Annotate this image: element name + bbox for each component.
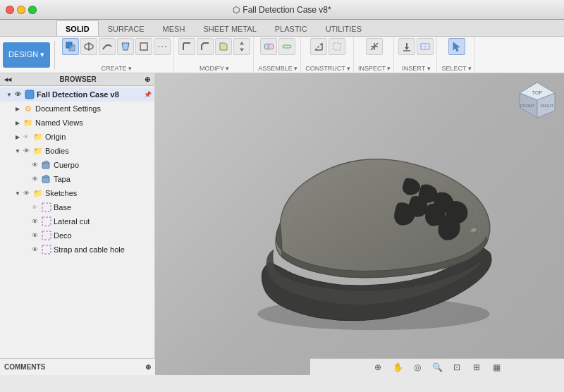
base-sketch-icon <box>41 202 52 213</box>
browser-expand-icon[interactable]: ◂◂ <box>4 75 11 83</box>
expand-sketches[interactable]: ▼ <box>14 190 21 197</box>
eye-cuerpo[interactable]: 👁 <box>30 160 39 170</box>
svg-rect-30 <box>42 203 51 212</box>
settings-icon: ⚙ <box>23 103 34 114</box>
tree-item-origin[interactable]: ▶ 👁 📁 Origin <box>0 130 154 144</box>
tree-item-lateralcut[interactable]: ▶ 👁 Lateral cut <box>0 214 154 228</box>
construct-1[interactable] <box>310 38 327 55</box>
zoom-icon[interactable]: 🔍 <box>430 360 444 374</box>
modify-move[interactable] <box>233 38 250 55</box>
tree-item-sketches[interactable]: ▼ 👁 📁 Sketches <box>0 186 154 200</box>
modify-scale[interactable] <box>215 38 232 55</box>
browser-options-icon[interactable]: ⊕ <box>145 75 150 83</box>
tab-surface[interactable]: SURFACE <box>99 20 154 36</box>
tree-label-sketches: Sketches <box>45 189 152 197</box>
tab-solid[interactable]: SOLID <box>56 20 99 36</box>
tab-sheetmetal[interactable]: SHEET METAL <box>194 20 265 36</box>
modify-chamfer[interactable] <box>197 38 214 55</box>
eye-base[interactable]: 👁 <box>30 202 39 212</box>
tree-item-tapa[interactable]: ▶ 👁 Tapa <box>0 172 154 186</box>
inspect-1[interactable] <box>366 38 383 55</box>
tree-label-tapa: Tapa <box>54 175 152 183</box>
grid-icon[interactable]: ▦ <box>489 360 503 374</box>
home-icon[interactable]: ⊕ <box>371 360 385 374</box>
root-icon <box>24 89 35 100</box>
tools-row: DESIGN ▾ ⋯ CREATE ▾ <box>0 37 564 73</box>
fit-icon[interactable]: ⊡ <box>450 360 464 374</box>
lateralcut-icon <box>41 216 52 227</box>
construct-label: CONSTRUCT ▾ <box>305 65 350 72</box>
main-area: ◂◂ BROWSER ⊕ ▼ 👁 Fall Detection Case v8 … <box>0 73 564 375</box>
minimize-button[interactable] <box>17 6 25 14</box>
3d-model <box>197 94 550 340</box>
tree-label-straphole: Strap and cable hole <box>54 245 152 254</box>
browser-tree: ▼ 👁 Fall Detection Case v8 📌 ▶ ⚙ Documen… <box>0 86 154 375</box>
tree-item-bodies[interactable]: ▼ 👁 📁 Bodies <box>0 144 154 158</box>
create-icons: ⋯ <box>62 38 171 55</box>
modify-label: MODIFY ▾ <box>200 65 229 72</box>
tab-utilities[interactable]: UTILITIES <box>317 20 371 36</box>
close-button[interactable] <box>6 6 14 14</box>
tree-label-cuerpo: Cuerpo <box>54 161 152 169</box>
svg-marker-24 <box>453 42 460 51</box>
insert-icons <box>398 38 434 55</box>
pin-icon[interactable]: 📌 <box>144 91 152 98</box>
tab-mesh[interactable]: MESH <box>154 20 195 36</box>
eye-straphole[interactable]: 👁 <box>30 245 39 255</box>
create-more[interactable]: ⋯ <box>154 38 171 55</box>
eye-sketches[interactable]: 👁 <box>21 188 31 198</box>
modify-icons <box>178 38 250 55</box>
tree-item-deco[interactable]: ▶ 👁 Deco <box>0 228 154 243</box>
tree-label-bodies: Bodies <box>45 147 152 155</box>
svg-rect-28 <box>42 177 49 183</box>
construct-2[interactable] <box>329 38 345 55</box>
eye-deco[interactable]: 👁 <box>30 231 39 240</box>
tree-label-origin: Origin <box>45 133 152 141</box>
insert-canvas[interactable] <box>417 38 434 55</box>
expand-docsettings[interactable]: ▶ <box>14 105 21 112</box>
svg-rect-10 <box>283 45 291 48</box>
svg-marker-4 <box>122 43 129 50</box>
expand-root[interactable]: ▼ <box>6 91 13 98</box>
create-loft[interactable] <box>117 38 134 55</box>
tree-item-base[interactable]: ▶ 👁 Base <box>0 200 154 214</box>
pan-icon[interactable]: ✋ <box>391 360 405 374</box>
select-icons <box>448 38 465 55</box>
eye-bodies[interactable]: 👁 <box>21 146 31 156</box>
tree-item-cuerpo[interactable]: ▶ 👁 Cuerpo <box>0 158 154 172</box>
tree-item-root[interactable]: ▼ 👁 Fall Detection Case v8 📌 <box>0 87 154 102</box>
eye-tapa[interactable]: 👁 <box>30 174 39 184</box>
look-at-icon[interactable]: ◎ <box>410 360 424 374</box>
browser-title: BROWSER <box>59 75 96 83</box>
display-mode-icon[interactable]: ⊞ <box>470 360 484 374</box>
eye-root[interactable]: 👁 <box>13 90 23 99</box>
create-shell[interactable] <box>135 38 152 55</box>
insert-group: INSERT ▾ <box>396 37 437 73</box>
assemble-icons <box>260 38 295 55</box>
svg-rect-26 <box>42 163 49 169</box>
browser-panel: ◂◂ BROWSER ⊕ ▼ 👁 Fall Detection Case v8 … <box>0 73 155 375</box>
tab-plastic[interactable]: PLASTIC <box>266 20 317 36</box>
assemble-1[interactable] <box>260 38 277 55</box>
modify-fillet[interactable] <box>178 38 195 55</box>
maximize-button[interactable] <box>28 6 37 14</box>
window-controls[interactable] <box>6 6 37 14</box>
insert-1[interactable] <box>398 38 415 55</box>
create-revolve[interactable] <box>80 38 97 55</box>
create-sweep[interactable] <box>99 38 116 55</box>
create-extrude[interactable] <box>62 38 79 55</box>
expand-origin[interactable]: ▶ <box>14 133 21 140</box>
svg-marker-27 <box>42 161 49 163</box>
tree-item-straphole[interactable]: ▶ 👁 Strap and cable hole <box>0 243 154 257</box>
eye-origin[interactable]: 👁 <box>21 132 31 142</box>
eye-lateralcut[interactable]: 👁 <box>30 216 39 226</box>
viewport[interactable]: TOP FRONT RIGHT <box>155 73 564 375</box>
tree-item-namedviews[interactable]: ▶ 📁 Named Views <box>0 116 154 130</box>
assemble-2[interactable] <box>278 38 295 55</box>
expand-namedviews[interactable]: ▶ <box>14 119 21 126</box>
expand-bodies[interactable]: ▼ <box>14 147 21 154</box>
select-arrow[interactable] <box>448 38 465 55</box>
design-dropdown[interactable]: DESIGN ▾ <box>3 42 50 68</box>
comments-add-icon[interactable]: ⊕ <box>145 363 151 371</box>
tree-item-docsettings[interactable]: ▶ ⚙ Document Settings <box>0 102 154 116</box>
